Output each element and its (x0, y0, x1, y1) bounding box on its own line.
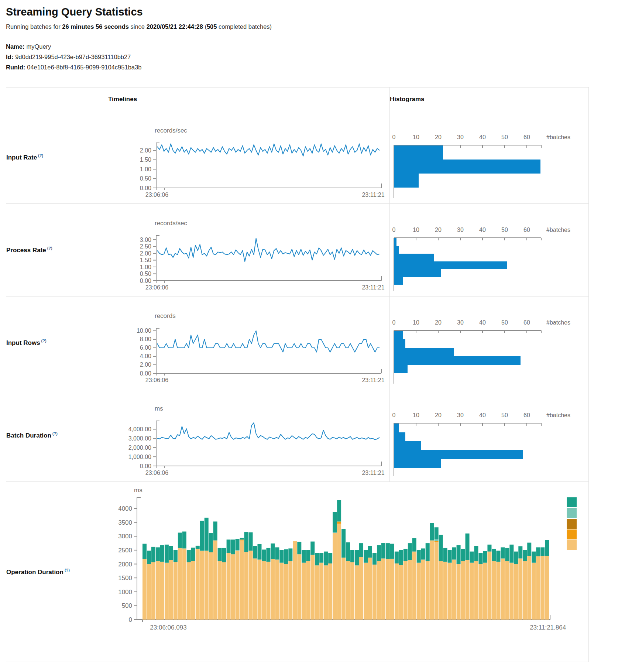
svg-text:23:11:21: 23:11:21 (362, 284, 384, 291)
input-rate-label-cell: Input Rate(?) (6, 111, 108, 204)
svg-text:2.00: 2.00 (140, 361, 151, 368)
svg-text:0.00: 0.00 (140, 463, 151, 469)
svg-text:2500: 2500 (118, 547, 132, 554)
svg-text:0: 0 (129, 616, 132, 623)
svg-text:ms: ms (134, 487, 142, 494)
batch-duration-histogram-chart: 0102030405060#batches (390, 389, 589, 482)
svg-text:23:11:21.864: 23:11:21.864 (530, 624, 566, 631)
operation-duration-row: Operation Duration(?) ms0500100015002000… (6, 482, 589, 662)
svg-text:50: 50 (501, 227, 508, 233)
svg-text:2000: 2000 (118, 561, 132, 568)
svg-text:2.50: 2.50 (140, 243, 151, 250)
svg-text:23:11:21: 23:11:21 (362, 470, 384, 476)
svg-text:20: 20 (435, 227, 442, 233)
help-icon[interactable]: (?) (38, 153, 43, 158)
input-rows-row: Input Rows(?) records0.002.004.006.008.0… (6, 296, 589, 389)
query-runid-label: RunId: (6, 64, 25, 71)
svg-text:records/sec: records/sec (155, 127, 187, 134)
query-id-label: Id: (6, 54, 13, 60)
svg-text:records: records (155, 312, 176, 319)
svg-text:23:06:06: 23:06:06 (145, 377, 168, 383)
svg-text:23:06:06: 23:06:06 (145, 192, 168, 198)
svg-text:8.00: 8.00 (140, 336, 151, 342)
query-runid-value: 04e101e6-8bf8-4165-9099-9104c951ba3b (27, 64, 141, 71)
query-id-value: 9d0dd219-995d-423e-b97d-36931110bb27 (15, 54, 131, 60)
process-rate-label-cell: Process Rate(?) (6, 204, 108, 296)
operation-duration-label-cell: Operation Duration(?) (6, 482, 108, 662)
batch-duration-timeline-chart: ms0.001,000.002,000.003,000.004,000.0023… (108, 389, 390, 482)
svg-text:60: 60 (523, 227, 530, 233)
process-rate-histogram-chart: 0102030405060#batches (390, 204, 589, 296)
help-icon[interactable]: (?) (41, 339, 47, 343)
svg-text:0: 0 (392, 412, 396, 418)
query-name-row: Name:myQuery (6, 41, 625, 52)
svg-text:50: 50 (501, 412, 508, 418)
svg-text:23:06:06: 23:06:06 (145, 284, 168, 291)
svg-text:60: 60 (523, 319, 530, 326)
svg-text:4.00: 4.00 (140, 353, 151, 359)
svg-text:2,000.00: 2,000.00 (128, 445, 151, 451)
input-rows-timeline-chart: records0.002.004.006.008.0010.0023:06:06… (108, 296, 390, 389)
query-name-label: Name: (6, 43, 24, 50)
svg-text:#batches: #batches (546, 412, 570, 418)
operation-duration-legend (567, 497, 577, 551)
batch-duration-label-cell: Batch Duration(?) (6, 389, 108, 482)
svg-text:10: 10 (413, 134, 419, 140)
row-label: Process Rate (6, 247, 46, 254)
svg-text:3000: 3000 (118, 533, 132, 540)
svg-text:0.00: 0.00 (140, 370, 151, 377)
legend-swatch-green (567, 497, 577, 507)
svg-text:4,000.00: 4,000.00 (128, 426, 151, 432)
query-name-value: myQuery (26, 43, 51, 50)
svg-text:30: 30 (457, 412, 464, 418)
help-icon[interactable]: (?) (65, 568, 70, 572)
histograms-header: Histograms (390, 88, 589, 111)
help-icon[interactable]: (?) (52, 431, 58, 436)
row-label: Input Rate (6, 154, 37, 161)
running-batches-summary: Running batches for 26 minutes 56 second… (6, 23, 625, 30)
svg-text:#batches: #batches (546, 227, 570, 233)
legend-swatch-light-green (567, 508, 577, 518)
svg-text:#batches: #batches (546, 319, 570, 326)
svg-text:records/sec: records/sec (155, 220, 187, 227)
svg-text:23:06:06: 23:06:06 (145, 470, 168, 476)
svg-text:10: 10 (413, 412, 419, 418)
query-id-row: Id:9d0dd219-995d-423e-b97d-36931110bb27 (6, 52, 625, 62)
svg-text:3500: 3500 (118, 519, 132, 526)
svg-text:23:11:21: 23:11:21 (362, 192, 384, 198)
svg-text:30: 30 (457, 319, 464, 326)
svg-text:30: 30 (457, 227, 464, 233)
svg-text:10.00: 10.00 (137, 328, 151, 334)
svg-text:1.50: 1.50 (140, 157, 151, 163)
svg-text:40: 40 (479, 227, 486, 233)
svg-text:40: 40 (479, 134, 486, 140)
svg-text:23:11:21: 23:11:21 (362, 377, 384, 383)
svg-text:3.00: 3.00 (140, 237, 151, 243)
svg-text:30: 30 (457, 134, 464, 140)
process-rate-row: Process Rate(?) records/sec0.000.501.001… (6, 204, 589, 296)
svg-text:20: 20 (435, 319, 442, 326)
svg-text:0: 0 (392, 227, 396, 233)
input-rows-histogram-chart: 0102030405060#batches (390, 296, 589, 389)
table-header-row: Timelines Histograms (6, 88, 589, 111)
svg-text:3,000.00: 3,000.00 (128, 435, 151, 442)
svg-text:10: 10 (413, 319, 419, 326)
svg-text:50: 50 (501, 134, 508, 140)
input-rate-row: Input Rate(?) records/sec0.000.501.001.5… (6, 111, 589, 204)
operation-duration-chart: ms0500100015002000250030003500400023:06:… (108, 482, 589, 662)
query-runid-row: RunId:04e101e6-8bf8-4165-9099-9104c951ba… (6, 62, 625, 72)
svg-text:0.00: 0.00 (140, 185, 151, 191)
streaming-query-statistics-page: Streaming Query Statistics Running batch… (0, 6, 625, 662)
svg-text:23:06:06.093: 23:06:06.093 (150, 624, 186, 631)
help-icon[interactable]: (?) (47, 246, 52, 250)
svg-text:4000: 4000 (118, 505, 132, 512)
svg-text:2.00: 2.00 (140, 147, 151, 154)
svg-text:40: 40 (479, 412, 486, 418)
batch-duration-row: Batch Duration(?) ms0.001,000.002,000.00… (6, 389, 589, 482)
process-rate-timeline-chart: records/sec0.000.501.001.502.002.503.002… (108, 204, 390, 296)
page-title: Streaming Query Statistics (6, 6, 625, 18)
svg-text:50: 50 (501, 319, 508, 326)
input-rate-timeline-chart: records/sec0.000.501.001.502.0023:06:062… (108, 111, 390, 204)
svg-text:60: 60 (523, 412, 530, 418)
svg-text:10: 10 (413, 227, 419, 233)
